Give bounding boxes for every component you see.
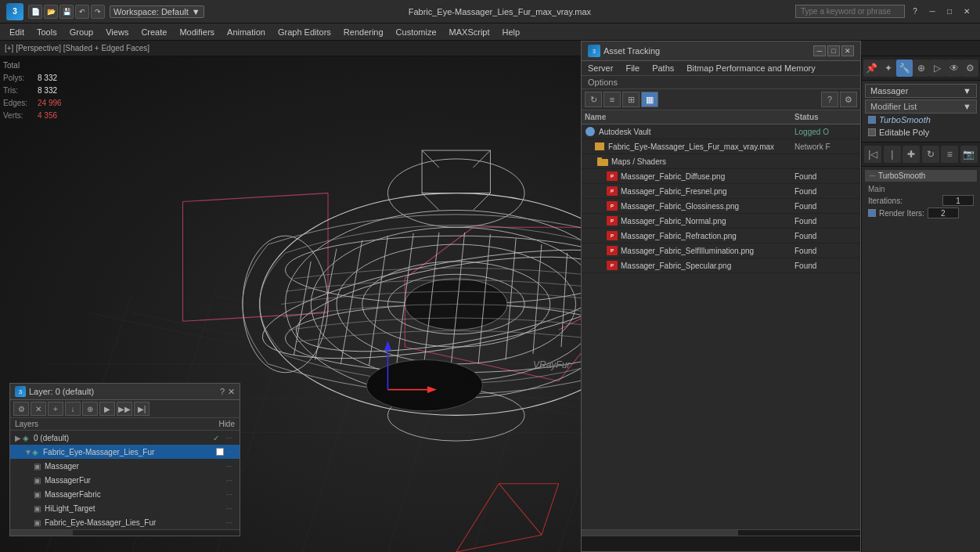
layers-header-left: 3 Layer: 0 (default) [15,386,94,397]
menu-create[interactable]: Create [135,26,173,38]
redo-btn[interactable]: ↷ [91,5,105,19]
row-name: Massager_Fabric_Normal.png [621,217,794,225]
asset-help-btn[interactable]: ? [821,92,838,107]
workspace-dropdown[interactable]: Workspace: Default ▼ [110,5,204,18]
layer-type-icon: ◈ [23,434,34,442]
asset-menu-bitmap[interactable]: Bitmap Performance and Memory [680,62,821,74]
editable-poly-modifier[interactable]: Editable Poly [865,126,977,139]
col-hide-label: Hide [218,420,235,428]
layer-item[interactable]: ▶ ◈ 0 (default) ✓ ··· [10,431,240,445]
menu-animation[interactable]: Animation [221,26,272,38]
asset-row[interactable]: P Massager_Fabric_Fresnel.png Found [582,184,860,199]
undo-btn[interactable]: ↶ [75,5,89,19]
ts-collapse-toggle[interactable]: ─ [870,171,875,180]
motion-icon[interactable]: ▷ [929,60,946,77]
menu-group[interactable]: Group [63,26,100,38]
layer-hide-dot: ··· [224,446,235,457]
layer-item[interactable]: ▼ ◈ Fabric_Eye-Massager_Lies_Fur ··· [10,445,240,459]
hierarchy-icon[interactable]: ⊕ [913,60,929,77]
png-badge: P [607,231,618,240]
asset-row[interactable]: P Massager_Fabric_Normal.png Found [582,214,860,229]
param-icon[interactable]: ≡ [941,146,958,163]
menu-maxscript[interactable]: MAXScript [443,26,496,38]
row-status: Found [794,232,857,240]
layer-item[interactable]: ▣ MassagerFur ··· [10,473,240,487]
iterations-value[interactable]: 1 [942,195,974,206]
asset-row[interactable]: Fabric_Eye-Massager_Lies_Fur_max_vray.ma… [582,139,860,154]
menu-customize[interactable]: Customize [390,26,443,38]
layer-delete-btn[interactable]: ✕ [31,402,46,416]
layers-scrollbar[interactable] [10,529,240,536]
select-icon[interactable]: | [884,146,901,163]
layer-white-square [216,448,224,456]
layer-move-down-btn[interactable]: ↓ [65,402,81,416]
layer-item[interactable]: ▣ Fabric_Eye-Massager_Lies_Fur ··· [10,515,240,529]
menu-edit[interactable]: Edit [3,26,31,38]
asset-row[interactable]: Maps / Shaders [582,154,860,169]
display-icon[interactable]: 👁 [946,60,962,77]
asset-row[interactable]: P Massager_Fabric_Glossiness.png Found [582,199,860,214]
asset-grid-btn[interactable]: ⊞ [622,92,640,107]
layer-settings-btn[interactable]: ⚙ [13,402,29,416]
asset-row[interactable]: Autodesk Vault Logged O [582,124,860,139]
layers-close-btn[interactable]: ✕ [228,387,235,397]
asset-row[interactable]: P Massager_Fabric_Diffuse.png Found [582,169,860,184]
asset-row[interactable]: P Massager_Fabric_Refraction.png Found [582,229,860,244]
open-btn[interactable]: 📂 [44,5,58,19]
asset-row[interactable]: P Massager_Fabric_SelfIllumination.png F… [582,244,860,258]
turbosmooth-modifier[interactable]: TurboSmooth [865,114,977,126]
asset-scrollbar[interactable] [582,529,860,536]
asset-menu-paths[interactable]: Paths [646,62,680,74]
close-btn[interactable]: ✕ [960,5,974,19]
asset-menu-server[interactable]: Server [582,62,619,74]
minimize-btn[interactable]: ─ [925,5,939,19]
utilities-icon[interactable]: ⚙ [962,60,978,77]
pin-small-icon[interactable]: |◁ [864,146,881,163]
layer-item[interactable]: ▣ MassagerFabric ··· [10,487,240,501]
menu-rendering[interactable]: Rendering [337,26,390,38]
asset-list-btn[interactable]: ≡ [603,92,621,107]
create-icon[interactable]: ✦ [880,60,896,77]
layer-end-btn[interactable]: ▶| [134,402,150,416]
layer-add-btn[interactable]: + [48,402,63,416]
asset-maximize-btn[interactable]: □ [827,45,840,56]
modifier-checkbox[interactable] [868,128,876,136]
move-icon[interactable]: ✚ [903,146,920,163]
asset-settings-btn[interactable]: ⚙ [840,92,857,107]
asset-refresh-btn[interactable]: ↻ [585,92,602,107]
menu-help[interactable]: Help [496,26,527,38]
menu-graph-editors[interactable]: Graph Editors [272,26,337,38]
layers-help-btn[interactable]: ? [220,387,225,397]
render-iters-checkbox[interactable] [868,209,876,217]
layer-extra-btn[interactable]: ▶▶ [117,402,132,416]
help-btn[interactable]: ? [908,5,922,19]
menu-views[interactable]: Views [99,26,135,38]
pin-icon[interactable]: 📌 [863,60,880,77]
asset-row[interactable]: P Massager_Fabric_Specular.png Found [582,258,860,273]
new-btn[interactable]: 📄 [28,5,42,19]
asset-minimize-btn[interactable]: ─ [813,45,826,56]
modifier-checkbox[interactable] [868,116,876,124]
rotate-icon[interactable]: ↻ [922,146,939,163]
menu-modifiers[interactable]: Modifiers [173,26,221,38]
modify-icon[interactable]: 🔧 [896,60,913,77]
svg-rect-86 [597,157,602,160]
layer-more-btn[interactable]: ▶ [99,402,115,416]
maximize-btn[interactable]: □ [942,5,957,19]
file-icon [594,141,605,152]
asset-table-btn[interactable]: ▦ [641,92,658,107]
menu-tools[interactable]: Tools [31,26,63,38]
asset-menu-file[interactable]: File [619,62,646,74]
asset-title-left: 3 Asset Tracking [588,45,660,57]
modifier-list-dropdown[interactable]: Modifier List ▼ [865,99,977,114]
layer-merge-btn[interactable]: ⊕ [82,402,98,416]
asset-close-btn[interactable]: ✕ [841,45,854,56]
snapshot-icon[interactable]: 📷 [960,146,978,163]
layer-item[interactable]: ▣ Massager ··· [10,459,240,473]
search-input[interactable] [795,5,905,18]
render-iters-value[interactable]: 2 [928,207,959,218]
layer-item[interactable]: ▣ HiLight_Target ··· [10,501,240,515]
save-btn[interactable]: 💾 [59,5,74,19]
options-label[interactable]: Options [588,78,618,87]
asset-input-bar[interactable] [582,536,860,551]
